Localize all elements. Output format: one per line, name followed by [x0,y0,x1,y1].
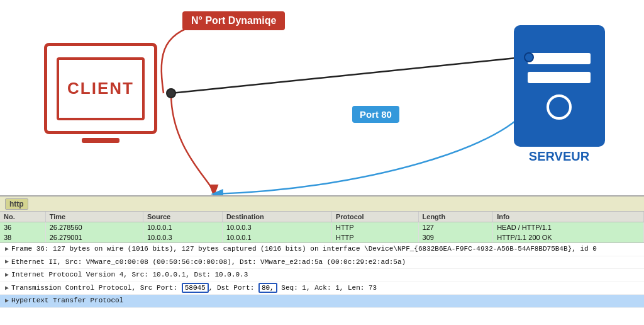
filter-bar: http [0,197,644,212]
cell-info: HTTP/1.1 200 OK [493,232,644,242]
cell-time: 26.279001 [45,232,143,242]
src-port-highlight: 58045 [182,283,209,293]
client-port-dot [166,88,176,98]
dst-port-highlight: 80, [258,283,277,293]
wireshark-panel: http No. Time Source Destination Protoco… [0,195,644,325]
col-info: Info [493,212,644,222]
expand-icon[interactable]: ▶ [5,283,9,294]
cell-destination: 10.0.0.1 [222,232,331,242]
col-length: Length [418,212,493,222]
cell-protocol: HTTP [331,232,418,242]
monitor-stand [82,138,119,143]
server-disk [547,94,572,120]
server-label: SERVEUR [529,149,589,164]
cell-length: 309 [418,232,493,242]
cell-no: 38 [0,232,45,242]
table-row[interactable]: 3826.27900110.0.0.310.0.0.1HTTP309HTTP/1… [0,232,644,242]
cell-info: HEAD / HTTP/1.1 [493,222,644,233]
packet-list: No. Time Source Destination Protocol Len… [0,212,644,242]
filter-label: http [5,198,28,210]
detail-text: Ethernet II, Src: VMware_c0:00:08 (00:50… [11,257,406,268]
packet-table: No. Time Source Destination Protocol Len… [0,212,644,242]
server-box: SERVEUR [509,25,609,164]
detail-row: ▶Hypertext Transfer Protocol [0,295,644,308]
detail-text: Frame 36: 127 bytes on wire (1016 bits),… [11,244,597,255]
table-row[interactable]: 3626.27856010.0.0.110.0.0.3HTTP127HEAD /… [0,222,644,233]
cell-protocol: HTTP [331,222,418,233]
client-box: CLIENT [38,35,164,151]
col-source: Source [143,212,222,222]
cell-no: 36 [0,222,45,233]
cell-source: 10.0.0.1 [143,222,222,233]
server-slot-1 [528,53,591,64]
detail-text: Hypertext Transfer Protocol [11,295,123,307]
detail-text: Internet Protocol Version 4, Src: 10.0.0… [11,270,248,281]
detail-row: ▶Internet Protocol Version 4, Src: 10.0.… [0,269,644,282]
port-80-label: Port 80 [352,106,399,123]
col-protocol: Protocol [331,212,418,222]
svg-line-0 [171,57,528,93]
client-label: CLIENT [67,79,134,98]
cell-time: 26.278560 [45,222,143,233]
detail-row: ▶Transmission Control Protocol, Src Port… [0,282,644,295]
expand-icon[interactable]: ▶ [5,257,9,267]
server-slot-2 [528,72,591,83]
cell-length: 127 [418,222,493,233]
detail-row: ▶Frame 36: 127 bytes on wire (1016 bits)… [0,243,644,256]
network-diagram: N° Port Dynamiqe CLIENT Port 80 SERVEUR [0,0,644,195]
col-time: Time [45,212,143,222]
detail-text: Transmission Control Protocol, Src Port:… [11,283,377,294]
port-dynamic-label: N° Port Dynamiqe [182,11,285,30]
cell-source: 10.0.0.3 [143,232,222,242]
cell-destination: 10.0.0.3 [222,222,331,233]
col-destination: Destination [222,212,331,222]
detail-panel: ▶Frame 36: 127 bytes on wire (1016 bits)… [0,242,644,325]
col-no: No. [0,212,45,222]
detail-row: ▶Ethernet II, Src: VMware_c0:00:08 (00:5… [0,256,644,270]
expand-icon[interactable]: ▶ [5,244,9,254]
expand-icon[interactable]: ▶ [5,296,9,306]
expand-icon[interactable]: ▶ [5,270,9,280]
server-port-dot [524,52,534,62]
